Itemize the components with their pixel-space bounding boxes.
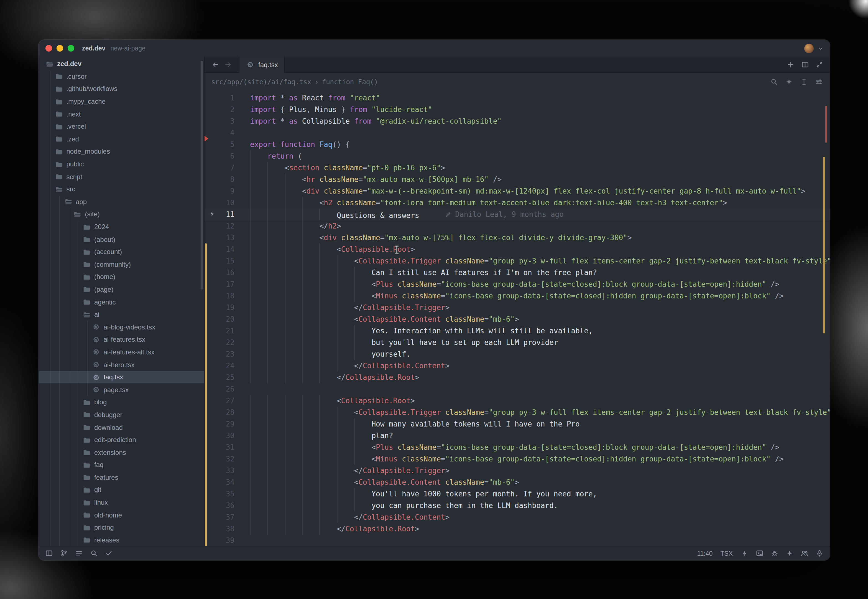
code-line[interactable]: 36 you can purchase them in the LLM dash… [204,500,830,512]
inline-git-blame[interactable]: Danilo Leal, 9 months ago [445,209,564,220]
code-line[interactable]: 15 <Collapsible.Trigger className="group… [204,255,830,267]
code-line[interactable]: 22 but you'll have to set up each LLM pr… [204,337,830,348]
minimize-window-button[interactable] [57,45,63,51]
code-line[interactable]: 28 <Collapsible.Trigger className="group… [204,406,830,418]
tree-item-folder[interactable]: script [39,170,204,183]
buffer-search-icon[interactable] [770,78,778,86]
code-line[interactable]: 5export function Faq() { [204,138,830,150]
project-panel-icon[interactable] [45,549,53,557]
tree-item-folder[interactable]: linux [39,497,204,509]
code-line[interactable]: 3import * as Collapsible from "@radix-ui… [204,115,830,127]
tree-item-folder[interactable]: (account) [39,246,204,258]
assistant-icon[interactable] [785,549,794,557]
tree-item-file[interactable]: ai-hero.tsx [39,358,204,371]
code-line[interactable]: 33 </Collapsible.Trigger> [204,465,830,476]
tree-item-file[interactable]: ai-features.tsx [39,333,204,346]
maximize-pane-icon[interactable] [815,60,824,69]
code-line[interactable]: 2import { Plus, Minus } from "lucide-rea… [204,104,830,115]
tree-item-folder[interactable]: debugger [39,408,204,421]
tree-item-file[interactable]: ai-blog-videos.tsx [39,321,204,333]
sidebar-scrollbar[interactable] [201,61,203,289]
navigate-forward-icon[interactable] [224,60,232,69]
debugger-icon[interactable] [770,549,779,557]
tree-item-folder[interactable]: old-home [39,509,204,521]
multibuffer-icon[interactable] [800,78,808,86]
code-action-icon[interactable] [209,210,216,218]
code-line[interactable]: 29 How many available tokens will I have… [204,418,830,430]
git-branch-name[interactable]: new-ai-page [110,45,146,51]
tree-item-folder[interactable]: .mypy_cache [39,95,204,108]
tree-item-file[interactable]: faq.tsx [39,371,204,384]
editor-controls-icon[interactable] [815,78,823,86]
code-line[interactable]: 19 </Collapsible.Trigger> [204,302,830,313]
code-line[interactable]: 20 <Collapsible.Content className="mb-6"… [204,313,830,325]
code-line[interactable]: 17 <Plus className="icons-base group-dat… [204,278,830,290]
code-line[interactable]: 16 Can I still use AI features if I'm on… [204,267,830,278]
code-line[interactable]: 35 You'll have 1000 tokens per month. If… [204,488,830,500]
code-line[interactable]: 23 yourself. [204,348,830,360]
code-line[interactable]: 24 </Collapsible.Content> [204,360,830,372]
tree-item-folder[interactable]: .github/workflows [39,83,204,95]
split-pane-icon[interactable] [801,60,809,69]
code-line[interactable]: 39 [204,535,830,546]
zoom-window-button[interactable] [68,45,74,51]
terminal-panel-icon[interactable] [755,549,764,557]
code-line[interactable]: 27 <Collapsible.Root> [204,395,830,406]
language-indicator[interactable]: TSX [720,550,733,557]
code-line[interactable]: 7 <section className="pt-0 pb-16 px-6"> [204,162,830,174]
tree-item-folder[interactable]: .zed [39,133,204,145]
search-panel-icon[interactable] [90,549,98,557]
tree-item-file[interactable]: ai-features-alt.tsx [39,346,204,358]
tree-item-folder[interactable]: node_modules [39,145,204,158]
tree-item-folder[interactable]: releases [39,534,204,546]
tree-item-folder[interactable]: blog [39,396,204,408]
code-line[interactable]: 12 </h2> [204,220,830,232]
tree-item-folder[interactable]: 2024 [39,220,204,233]
code-line[interactable]: 34 <Collapsible.Content className="mb-6"… [204,476,830,488]
project-name[interactable]: zed.dev [82,45,105,51]
tree-item-folder[interactable]: edit-prediction [39,434,204,446]
tree-item-folder[interactable]: (about) [39,233,204,246]
code-line[interactable]: 1import * as React from "react" [204,92,830,104]
tree-item-folder[interactable]: ai [39,309,204,321]
tree-item-file[interactable]: page.tsx [39,384,204,396]
code-line[interactable]: 4 [204,127,830,138]
tree-item-folder[interactable]: (site) [39,208,204,220]
code-editor[interactable]: 1import * as React from "react"2import {… [204,91,830,546]
code-line[interactable]: 21 Yes. Interaction with LLMs will still… [204,325,830,337]
chevron-down-icon[interactable] [817,45,824,52]
tree-item-folder[interactable]: agentic [39,296,204,309]
outline-panel-icon[interactable] [75,549,83,557]
code-line[interactable]: 6 return ( [204,150,830,162]
code-line[interactable]: 8 <hr className="mx-auto max-w-[500px] m… [204,174,830,185]
tree-item-folder[interactable]: public [39,158,204,170]
navigate-back-icon[interactable] [211,60,219,69]
tree-item-folder[interactable]: .vercel [39,120,204,133]
tree-item-folder[interactable]: pricing [39,521,204,534]
titlebar[interactable]: zed.dev new-ai-page [39,40,830,57]
inline-assist-icon[interactable] [785,78,793,86]
close-window-button[interactable] [45,45,52,51]
microphone-icon[interactable] [815,549,824,557]
tree-item-folder[interactable]: (home) [39,271,204,283]
tree-item-folder[interactable]: download [39,421,204,433]
tree-item-folder[interactable]: (community) [39,258,204,271]
tree-item-folder[interactable]: src [39,183,204,196]
edit-prediction-icon[interactable] [740,549,749,557]
code-line[interactable]: 13 <div className="mx-auto w-[75%] flex … [204,232,830,244]
tree-item-folder[interactable]: zed.dev [39,58,204,70]
user-avatar[interactable] [804,44,814,53]
code-line[interactable]: 37 </Collapsible.Content> [204,512,830,523]
code-line[interactable]: 14 <Collapsible.Root> [204,244,830,255]
tree-item-folder[interactable]: git [39,484,204,496]
tree-item-folder[interactable]: extensions [39,446,204,459]
diagnostics-check-icon[interactable] [105,549,113,557]
cursor-position[interactable]: 11:40 [697,550,713,557]
tree-item-folder[interactable]: .cursor [39,70,204,83]
tree-item-folder[interactable]: app [39,196,204,208]
code-line[interactable]: 38 </Collapsible.Root> [204,523,830,535]
code-line[interactable]: 26 [204,383,830,395]
breadcrumb-symbol[interactable]: function Faq() [322,78,378,86]
code-line[interactable]: 30 plan? [204,430,830,441]
code-line[interactable]: 32 <Minus className="icons-base group-da… [204,453,830,465]
